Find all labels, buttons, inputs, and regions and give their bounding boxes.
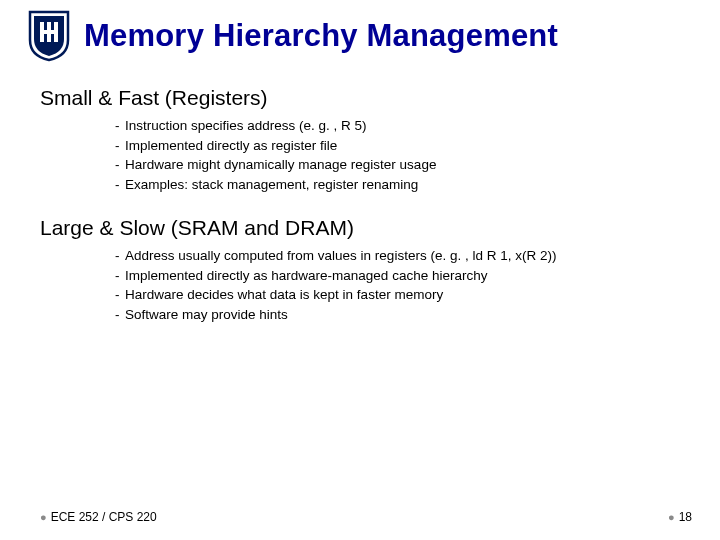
list-item: -Address usually computed from values in… (115, 246, 680, 266)
bullet-text: Hardware decides what data is kept in fa… (125, 285, 443, 305)
list-item: -Instruction specifies address (e. g. , … (115, 116, 680, 136)
footer-right: ● 18 (668, 510, 692, 524)
bullet-text: Hardware might dynamically manage regist… (125, 155, 436, 175)
content: Small & Fast (Registers) -Instruction sp… (0, 62, 720, 325)
bullet-text: Examples: stack management, register ren… (125, 175, 418, 195)
slide: Memory Hierarchy Management Small & Fast… (0, 0, 720, 540)
list-item: -Implemented directly as hardware-manage… (115, 266, 680, 286)
list-item: -Hardware might dynamically manage regis… (115, 155, 680, 175)
bullet-text: Software may provide hints (125, 305, 288, 325)
footer-left: ● ECE 252 / CPS 220 (40, 510, 157, 524)
list-item: -Implemented directly as register file (115, 136, 680, 156)
bullet-icon: ● (40, 511, 47, 523)
header: Memory Hierarchy Management (0, 0, 720, 62)
section-heading-1: Large & Slow (SRAM and DRAM) (40, 216, 680, 240)
list-item: -Software may provide hints (115, 305, 680, 325)
bullet-icon: ● (668, 511, 675, 523)
bullet-text: Implemented directly as hardware-managed… (125, 266, 487, 286)
bullet-text: Instruction specifies address (e. g. , R… (125, 116, 367, 136)
page-number: 18 (679, 510, 692, 524)
bullet-text: Address usually computed from values in … (125, 246, 556, 266)
bullet-list-1: -Address usually computed from values in… (115, 246, 680, 324)
page-title: Memory Hierarchy Management (84, 18, 558, 54)
course-code: ECE 252 / CPS 220 (51, 510, 157, 524)
footer: ● ECE 252 / CPS 220 ● 18 (0, 510, 720, 524)
section-heading-0: Small & Fast (Registers) (40, 86, 680, 110)
list-item: -Hardware decides what data is kept in f… (115, 285, 680, 305)
bullet-list-0: -Instruction specifies address (e. g. , … (115, 116, 680, 194)
svg-rect-3 (40, 30, 58, 34)
bullet-text: Implemented directly as register file (125, 136, 337, 156)
list-item: -Examples: stack management, register re… (115, 175, 680, 195)
duke-shield-icon (28, 10, 70, 62)
